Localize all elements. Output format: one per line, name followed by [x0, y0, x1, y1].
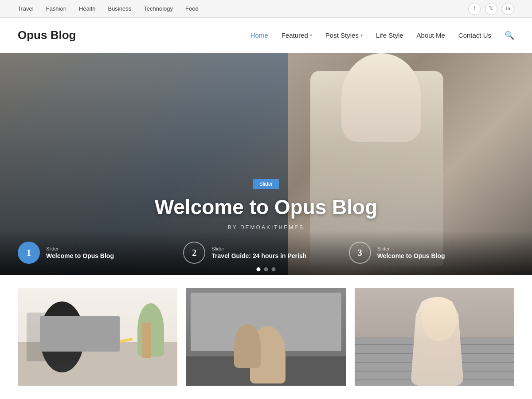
header: Opus Blog Home Featured ▾ Post Styles ▾ …	[0, 18, 532, 53]
top-links: Travel Fashion Health Business Technolog…	[18, 5, 199, 12]
main-nav: Home Featured ▾ Post Styles ▾ Life Style…	[250, 31, 514, 40]
dot-3[interactable]	[272, 267, 276, 271]
card-3[interactable]	[355, 288, 514, 386]
hero-content: Slider Welcome to Opus Blog BY DEMOAKITH…	[155, 179, 378, 231]
card-3-image	[355, 288, 514, 386]
thumb-circle-1: 1	[18, 242, 40, 264]
search-button[interactable]: 🔍	[505, 31, 514, 40]
dot-2[interactable]	[264, 267, 268, 271]
thumb-title-2: Travel Guide: 24 hours in Perish	[211, 252, 306, 259]
card-2-image	[186, 288, 346, 386]
poststyles-chevron: ▾	[360, 33, 363, 38]
thumb-text-2: Slider Travel Guide: 24 hours in Perish	[211, 246, 306, 259]
facebook-icon[interactable]: f	[468, 3, 481, 15]
hero-slider: Slider Welcome to Opus Blog BY DEMOAKITH…	[0, 53, 532, 275]
thumb-text-3: Slider Welcome to Opus Blog	[377, 246, 445, 259]
hero-title: Welcome to Opus Blog	[155, 195, 378, 219]
nav-about-me[interactable]: About Me	[417, 31, 445, 39]
nav-post-styles[interactable]: Post Styles ▾	[325, 31, 363, 39]
nav-contact-us[interactable]: Contact Us	[458, 31, 491, 39]
thumb-cat-1: Slider	[46, 246, 114, 251]
card-2[interactable]	[186, 288, 346, 386]
topbar-link-health[interactable]: Health	[79, 5, 96, 12]
thumb-circle-3: 3	[349, 242, 371, 264]
topbar-link-food[interactable]: Food	[185, 5, 199, 12]
thumb-title-3: Welcome to Opus Blog	[377, 252, 445, 259]
nav-featured[interactable]: Featured ▾	[282, 31, 312, 39]
slider-thumbs: 1 Slider Welcome to Opus Blog 2 Slider T…	[0, 231, 532, 275]
hero-badge: Slider	[253, 179, 279, 189]
topbar-link-business[interactable]: Business	[108, 5, 131, 12]
featured-chevron: ▾	[310, 33, 312, 38]
nav-lifestyle[interactable]: Life Style	[376, 31, 403, 39]
hero-byline: BY DEMOAKITHEMES	[155, 224, 378, 231]
topbar-link-fashion[interactable]: Fashion	[46, 5, 66, 12]
topbar-link-technology[interactable]: Technology	[144, 5, 173, 12]
dot-1[interactable]	[257, 267, 261, 271]
slider-thumb-2[interactable]: 2 Slider Travel Guide: 24 hours in Peris…	[183, 242, 348, 264]
topbar-link-travel[interactable]: Travel	[18, 5, 34, 12]
thumb-text-1: Slider Welcome to Opus Blog	[46, 246, 114, 259]
slider-thumb-3[interactable]: 3 Slider Welcome to Opus Blog	[349, 242, 514, 264]
logo[interactable]: Opus Blog	[18, 28, 76, 42]
card-1-image	[18, 288, 177, 386]
twitter-icon[interactable]: 𝕏	[485, 3, 497, 15]
slider-dots	[257, 267, 276, 271]
slider-thumb-1[interactable]: 1 Slider Welcome to Opus Blog	[18, 242, 183, 264]
top-bar: Travel Fashion Health Business Technolog…	[0, 0, 532, 18]
cards-section	[0, 275, 532, 386]
nav-home[interactable]: Home	[250, 31, 268, 39]
linkedin-icon[interactable]: in	[502, 3, 514, 15]
thumb-cat-3: Slider	[377, 246, 445, 251]
card-1[interactable]	[18, 288, 177, 386]
thumb-circle-2: 2	[183, 242, 205, 264]
thumb-cat-2: Slider	[211, 246, 306, 251]
thumb-title-1: Welcome to Opus Blog	[46, 252, 114, 259]
social-icons: f 𝕏 in	[468, 3, 514, 15]
